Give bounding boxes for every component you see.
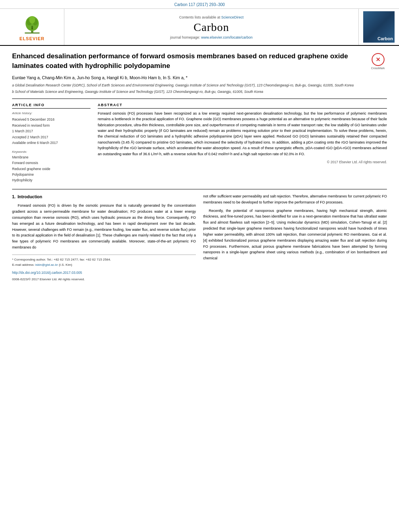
section-divider [12, 99, 387, 99]
article-info-col: ARTICLE INFO Article history: Received 5… [12, 103, 90, 183]
received-revised-date: 1 March 2017 [12, 129, 33, 133]
accepted-date: Accepted 2 March 2017 [12, 135, 48, 139]
keyword-pda: Polydopamine [12, 172, 90, 177]
available-date: Available online 6 March 2017 [12, 141, 58, 145]
email-author: (I.S. Kim) [59, 263, 72, 267]
article-title: Enhanced desalination performance of for… [12, 51, 369, 71]
body-section: 1. Introduction Forward osmosis (FO) is … [12, 189, 387, 282]
abstract-text: Forward osmosis (FO) processes have been… [98, 111, 387, 157]
doi-link[interactable]: http://dx.doi.org/10.1016/j.carbon.2017.… [12, 270, 196, 275]
issn-line: 0008-6223/© 2017 Elsevier Ltd. All right… [12, 277, 196, 282]
copyright-line: © 2017 Elsevier Ltd. All rights reserved… [98, 160, 387, 164]
crossmark-badge: ✕ CrossMark [369, 53, 387, 70]
page-wrapper: Carbon 117 (2017) 293–300 [0, 0, 399, 288]
email-link[interactable]: iskin@gist.ac.kr [35, 263, 58, 267]
journal-name: Carbon [193, 21, 229, 34]
received-revised-label: Received in revised form [12, 123, 50, 127]
sciencedirect-line: Contents lists available at ScienceDirec… [179, 15, 243, 19]
keywords-section: Keywords: Membrane Forward osmosis Reduc… [12, 150, 90, 183]
journal-homepage-link[interactable]: www.elsevier.com/locate/carbon [201, 35, 253, 39]
email-label: E-mail address: [12, 263, 35, 267]
corresponding-author-note: * Corresponding author. Tel.: +82 62 715… [12, 257, 196, 263]
abstract-paragraph: Forward osmosis (FO) processes have been… [98, 111, 387, 157]
homepage-label: journal homepage: [170, 35, 200, 39]
cover-label: Carbon [378, 36, 393, 41]
top-bar: Carbon 117 (2017) 293–300 [0, 0, 399, 9]
svg-rect-7 [31, 27, 33, 29]
affiliation-a: a Global Desalination Research Center (G… [12, 83, 387, 88]
abstract-heading: ABSTRACT [98, 103, 387, 109]
journal-ref: Carbon 117 (2017) 293–300 [174, 2, 225, 7]
title-section: Enhanced desalination performance of for… [12, 51, 387, 71]
svg-point-5 [29, 16, 35, 23]
article-info-block: Article history: Received 5 December 201… [12, 111, 90, 146]
elsevier-tree-icon [20, 13, 44, 35]
journal-header: ELSEVIER Contents lists available at Sci… [0, 9, 399, 46]
intro-para-1: Forward osmosis (FO) is driven by the os… [12, 203, 196, 251]
footnote-area: * Corresponding author. Tel.: +82 62 715… [12, 255, 196, 268]
affiliation-b: b School of Materials Science and Engine… [12, 89, 387, 94]
elsevier-brand-text: ELSEVIER [19, 36, 44, 41]
received-date: Received 5 December 2016 [12, 117, 54, 121]
article-content: Enhanced desalination performance of for… [0, 46, 399, 288]
elsevier-logo: ELSEVIER [19, 13, 44, 41]
keyword-hydro: Hydrophilicity [12, 177, 90, 183]
email-note: E-mail address: iskin@gist.ac.kr (I.S. K… [12, 263, 196, 268]
abstract-col: ABSTRACT Forward osmosis (FO) processes … [98, 103, 387, 183]
history-label: Article history: [12, 111, 90, 116]
article-info-abstract-cols: ARTICLE INFO Article history: Received 5… [12, 103, 387, 183]
keyword-fo: Forward osmosis [12, 160, 90, 166]
keyword-rgo: Reduced graphene oxide [12, 166, 90, 172]
sciencedirect-label: Contents lists available at [179, 15, 220, 19]
journal-cover-area: Carbon [359, 9, 399, 45]
journal-homepage-line: journal homepage: www.elsevier.com/locat… [170, 35, 253, 39]
sciencedirect-link[interactable]: ScienceDirect [221, 15, 244, 19]
svg-point-6 [31, 26, 33, 27]
authors-line: Euntae Yang a, Chang-Min Kim a, Jun-ho S… [12, 75, 387, 81]
keywords-label: Keywords: [12, 150, 90, 154]
journal-cover-image: Carbon [363, 11, 395, 43]
svg-rect-1 [25, 32, 39, 33]
authors-text: Euntae Yang a, Chang-Min Kim a, Jun-ho S… [12, 75, 187, 80]
keyword-membrane: Membrane [12, 154, 90, 160]
section-name: Introduction [18, 194, 42, 199]
crossmark-label: CrossMark [371, 67, 385, 70]
body-col-1: 1. Introduction Forward osmosis (FO) is … [12, 193, 196, 282]
section-num: 1. [12, 194, 16, 199]
section-title: 1. Introduction [12, 193, 196, 200]
body-two-col: 1. Introduction Forward osmosis (FO) is … [12, 193, 387, 282]
elsevier-logo-area: ELSEVIER [0, 9, 64, 45]
article-info-heading: ARTICLE INFO [12, 103, 90, 109]
body-col-2: not offer sufficient water permeability … [203, 193, 387, 282]
crossmark-icon: ✕ [372, 53, 385, 66]
journal-center: Contents lists available at ScienceDirec… [64, 9, 359, 45]
intro-para-2: not offer sufficient water permeability … [203, 193, 387, 205]
intro-para-3: Recently, the potential of nanoporous gr… [203, 208, 387, 262]
